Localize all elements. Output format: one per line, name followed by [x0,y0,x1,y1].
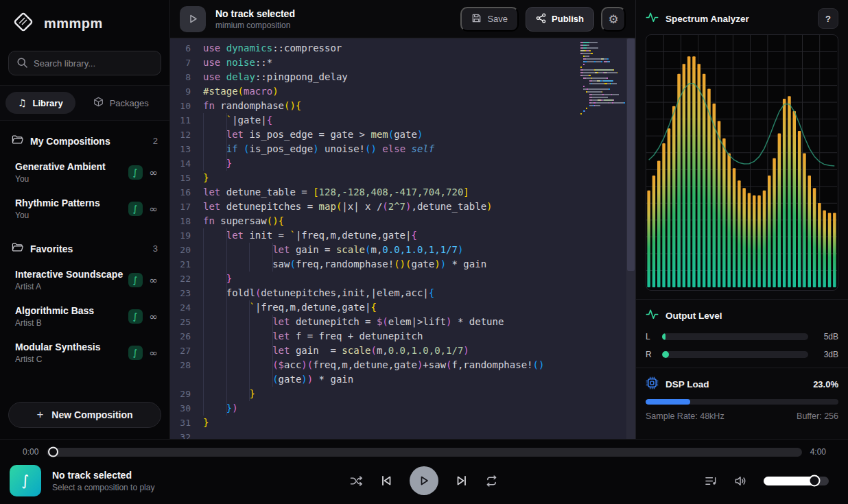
composition-item[interactable]: Modular SynthesisArtist C∫∞ [8,335,161,371]
indent-guide [226,257,227,272]
code-line[interactable]: 9#stage(macro) [170,84,635,99]
code-line[interactable]: 31} [170,416,635,430]
line-number: 29 [170,387,203,401]
indent-guide [203,243,204,257]
line-number: 19 [170,228,203,243]
indent-guide [203,156,204,171]
header-actions: Save Publish ⚙ [460,7,626,32]
header-track-subtitle: mimium composition [215,21,295,30]
publish-button[interactable]: Publish [526,7,594,32]
transport-controls [350,466,498,495]
code-line[interactable]: 18fn supersaw(){ [170,214,635,228]
search-input[interactable] [8,51,161,75]
line-content: foldl(detunepitches,init,|elem,acc|{ [203,286,635,300]
output-level-title: Output Level [666,311,838,321]
next-button[interactable] [456,475,468,487]
play-icon [419,475,429,486]
main-area: No track selected mimium composition Sav… [170,0,635,439]
composition-item[interactable]: Algorithmic BassArtist B∫∞ [8,298,161,335]
code-line[interactable]: 8use delay::pingpong_delay [170,70,635,84]
code-line[interactable]: 16let detune_table = [128,-128,408,-417,… [170,185,635,200]
code-line[interactable]: 27 let gain = scale(m,0.0,1.0,0,1/7) [170,344,635,358]
code-line[interactable]: 11 `|gate|{ [170,113,635,128]
play-button[interactable] [410,466,438,495]
line-number: 8 [170,70,203,84]
new-composition-button[interactable]: + New Composition [8,402,161,428]
editor-header: No track selected mimium composition Sav… [170,0,635,38]
line-content: saw(freq,randomphase!()(gate)) * gain [203,257,635,272]
line-content: let f = freq + detunepitch [203,329,635,344]
code-line[interactable]: 25 let detunepitch = $(elem|>lift) * det… [170,315,635,329]
code-line[interactable]: 6use dynamics::compressor [170,41,635,56]
code-line[interactable]: 21 saw(freq,randomphase!()(gate)) * gain [170,257,635,272]
volume-handle[interactable] [809,475,821,487]
tab-packages[interactable]: Packages [81,91,161,115]
dsp-title: DSP Load [666,379,806,389]
code-line[interactable]: 26 let f = freq + detunepitch [170,329,635,344]
composition-item[interactable]: Generative AmbientYou∫∞ [8,154,161,191]
settings-button[interactable]: ⚙ [601,7,626,32]
line-number: 32 [170,430,203,439]
section-header-0[interactable]: My Compositions2 [8,130,161,154]
shuffle-button[interactable] [350,475,363,487]
code-line[interactable]: 10fn randomphase(){ [170,99,635,113]
code-line[interactable]: 12 let is_pos_edge = gate > mem(gate) [170,128,635,142]
dsp-load-value: 23.0% [813,379,838,389]
indent-guide [226,401,227,416]
composition-title: Algorithmic Bass [15,305,128,316]
indent-guide [249,243,250,257]
indent-guide [226,128,227,142]
line-content [203,430,635,439]
output-level-section: Output Level L5dBR3dB [636,300,848,368]
queue-button[interactable] [705,475,718,487]
line-number: 18 [170,214,203,228]
header-play-button[interactable] [180,6,206,32]
seek-handle[interactable] [48,447,58,457]
line-content: ($acc)(freq,m,detune,gate)+saw(f,randomp… [203,358,635,372]
code-lines[interactable]: 6use dynamics::compressor7use noise::*8u… [170,38,635,439]
line-number: 21 [170,257,203,272]
tab-library[interactable]: ♫Library [5,92,75,114]
seek-bar[interactable] [47,448,801,457]
code-line[interactable]: (gate)) * gain [170,372,635,387]
indent-guide [249,358,250,372]
section-header-1[interactable]: Favorites3 [8,238,161,262]
code-line[interactable]: 13 if (is_pos_edge) unoise!() else self [170,142,635,156]
composition-item[interactable]: Interactive SoundscapeArtist A∫∞ [8,262,161,298]
code-line[interactable]: 19 let init = `|freq,m,detune,gate|{ [170,228,635,243]
code-line[interactable]: 22 } [170,272,635,286]
code-line[interactable]: 24 `|freq,m,detune,gate|{ [170,300,635,315]
editor-minimap[interactable] [580,42,624,119]
help-button[interactable]: ? [818,8,838,29]
now-playing-subtitle: Select a composition to play [52,483,154,492]
scrollbar-thumb[interactable] [627,38,635,271]
repeat-button[interactable] [485,475,498,487]
editor-scrollbar[interactable] [626,38,635,439]
volume-icon[interactable] [734,475,747,487]
code-line[interactable]: 15} [170,171,635,185]
sidebar-sections: My Compositions2Generative AmbientYou∫∞R… [0,121,169,395]
indent-guide [249,329,250,344]
code-line[interactable]: 30 }) [170,401,635,416]
sidebar-tabs: ♫LibraryPackages [0,85,169,121]
previous-button[interactable] [380,475,392,487]
composition-artist: Artist A [15,282,128,291]
code-line[interactable]: 23 foldl(detunepitches,init,|elem,acc|{ [170,286,635,300]
code-line[interactable]: 14 } [170,156,635,171]
code-line[interactable]: 32 [170,430,635,439]
volume-slider[interactable] [764,477,829,485]
code-line[interactable]: 29 } [170,387,635,401]
code-line[interactable]: 17let detunepitches = map(|x| x /(2^7),d… [170,200,635,214]
next-icon [456,475,468,487]
mimium-badge-icon: ∫ [128,346,143,360]
app-window: mmmpm ♫LibraryPackages My Compositions2G… [0,0,848,504]
composition-title: Generative Ambient [15,161,128,172]
composition-item[interactable]: Rhythmic PatternsYou∫∞ [8,191,161,227]
code-line[interactable]: 20 let gain = scale(m,0.0,1.0,1,1/7) [170,243,635,257]
code-line[interactable]: 28 ($acc)(freq,m,detune,gate)+saw(f,rand… [170,358,635,372]
line-content: fn randomphase(){ [203,99,635,113]
save-button[interactable]: Save [460,7,519,32]
code-line[interactable]: 7use noise::* [170,56,635,70]
player-bar: 0:00 4:00 ∫ No track selected Select a c… [0,439,848,504]
code-editor[interactable]: 6use dynamics::compressor7use noise::*8u… [170,38,635,439]
